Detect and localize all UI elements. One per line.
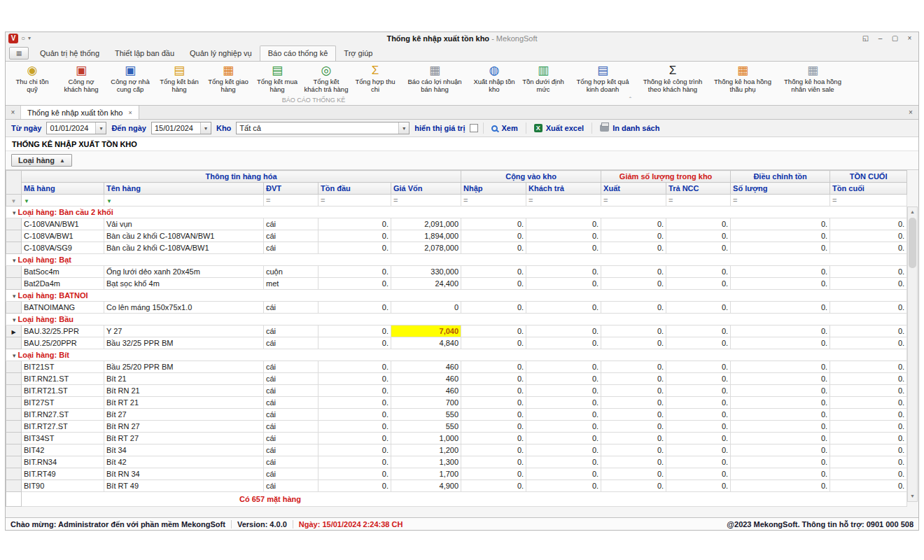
ribbon-item[interactable]: ◍Xuất nhập tồn kho [470,63,519,93]
cell[interactable]: 0. [461,468,526,480]
cell[interactable]: cái [264,218,318,230]
group-row[interactable]: ▾Loại hàng: Bạt [6,254,907,266]
cell[interactable]: 0. [601,433,666,444]
cell[interactable]: 0. [526,326,601,337]
column-header[interactable]: ĐVT [264,183,318,195]
cell[interactable]: cái [264,433,318,444]
cell[interactable]: 0. [526,230,601,242]
cell[interactable]: 1,200 [391,444,461,456]
ribbon-item[interactable]: ▤Tổng kết mua hàng [253,63,302,93]
cell[interactable]: cái [264,397,318,409]
cell[interactable]: 0. [461,230,526,242]
cell[interactable]: Bàn cầu 2 khối C-108VAN/BW1 [104,230,264,242]
tabbar-close-icon[interactable]: × [903,106,918,119]
cell[interactable]: cái [264,326,318,337]
cell[interactable]: 0. [601,302,666,314]
table-row[interactable]: BIT34STBít RT 27cái0.1,0000.0.0.0.0.0. [6,433,907,444]
cell[interactable]: 0. [526,218,601,230]
scrollbar-up-icon[interactable]: ▲ [908,207,917,217]
cell[interactable]: Bít RT 49 [104,480,264,492]
cell[interactable]: BIT.RT21.ST [22,385,104,397]
cell[interactable]: 460 [391,385,461,397]
cell[interactable]: 0. [318,409,391,421]
column-header[interactable]: Nhập [461,183,526,195]
cell[interactable]: BIT.RN34 [22,456,104,468]
cell[interactable]: 4,900 [391,480,461,492]
cell[interactable]: Bầu 32/25 PPR BM [104,337,264,349]
cell[interactable]: 1,700 [391,468,461,480]
table-row[interactable]: BIT21STBầu 25/20 PPR BMcái0.4600.0.0.0.0… [6,361,907,373]
cell[interactable]: BAU.25/20PPR [22,337,104,349]
cell[interactable]: 0. [666,278,731,290]
ribbon-item[interactable]: ▤Tổng hợp kết quả kinh doanh [568,63,638,93]
cell[interactable]: 0. [731,326,830,337]
cell[interactable]: 0. [666,218,731,230]
cell[interactable]: 0. [461,397,526,409]
group-by-panel[interactable]: Loại hàng ▲ [6,151,918,170]
cell[interactable]: BIT27ST [22,397,104,409]
cell[interactable]: 0. [666,361,731,373]
cell[interactable]: 0. [601,444,666,456]
cell[interactable]: 0. [731,468,830,480]
cell[interactable]: 0. [666,480,731,492]
cell[interactable]: 0. [731,456,830,468]
group-by-chip[interactable]: Loại hàng ▲ [11,154,72,167]
view-button[interactable]: Xem [489,124,520,132]
filter-cell[interactable]: = [666,195,731,206]
cell[interactable]: 0. [830,397,907,409]
filter-cell[interactable]: ▼ [104,195,264,206]
scrollbar-down-icon[interactable]: ▼ [908,491,917,501]
cell[interactable]: 0. [461,409,526,421]
filter-cell[interactable]: = [526,195,601,206]
cell[interactable]: 0. [461,218,526,230]
cell[interactable]: 0. [830,409,907,421]
cell[interactable]: 0. [318,397,391,409]
cell[interactable]: 0. [601,397,666,409]
cell[interactable]: 460 [391,361,461,373]
cell[interactable]: cái [264,456,318,468]
cell[interactable]: 1,300 [391,456,461,468]
cell[interactable]: 0. [830,337,907,349]
cell[interactable]: 0. [601,326,666,337]
cell[interactable]: 0. [731,444,830,456]
table-row[interactable]: BatSoc4mỐng lưới dẻo xanh 20x45mcuộn0.33… [6,266,907,278]
cell[interactable]: 0. [526,337,601,349]
cell[interactable]: BIT34ST [22,433,104,444]
cell[interactable]: 0. [526,444,601,456]
cell[interactable]: 0. [601,456,666,468]
ribbon-item[interactable]: ▦Báo cáo lợi nhuận bán hàng [400,63,470,93]
cell[interactable]: cái [264,302,318,314]
cell[interactable]: 0. [731,480,830,492]
cell[interactable]: Bít 27 [104,409,264,421]
table-row[interactable]: BIT.RT21.STBít RN 21cái0.4600.0.0.0.0.0. [6,385,907,397]
cell[interactable]: 0. [526,397,601,409]
ribbon-item[interactable]: ▦Thống kê hoa hồng thầu phụ [708,63,778,93]
cell[interactable]: 550 [391,409,461,421]
cell[interactable]: BIT.RN27.ST [22,409,104,421]
from-date-input[interactable]: 01/01/2024 [46,122,106,134]
cell[interactable]: 0. [601,409,666,421]
cell[interactable]: cái [264,421,318,433]
cell[interactable]: 0. [318,468,391,480]
cell[interactable]: Bít RT 27 [104,433,264,444]
to-date-dropdown-icon[interactable] [200,122,211,134]
cell[interactable]: 0. [666,326,731,337]
column-header[interactable]: Xuất [601,183,666,195]
ribbon-item[interactable]: ◎Tổng kết khách trả hàng [302,63,351,93]
minimize-icon[interactable]: – [874,34,886,43]
cell[interactable]: 0. [461,266,526,278]
table-row[interactable]: C-108VAN/BW1Vải vụncái0.2,091,0000.0.0.0… [6,218,907,230]
cell[interactable]: 0. [830,278,907,290]
cell[interactable]: 0. [461,456,526,468]
band-header[interactable]: Giảm số lượng trong kho [601,171,731,183]
cell[interactable]: Bat2Da4m [22,278,104,290]
fit-window-icon[interactable]: ◱ [860,34,872,43]
cell[interactable]: 0. [318,230,391,242]
cell[interactable]: 0. [526,242,601,254]
cell[interactable]: 0. [731,409,830,421]
column-header[interactable]: Giá Vốn [391,183,461,195]
cell[interactable]: Bàn cầu 2 khối C-108VA/BW1 [104,242,264,254]
column-header[interactable]: Tồn đầu [318,183,391,195]
cell[interactable]: Bít 21 [104,373,264,385]
cell[interactable]: 0. [830,266,907,278]
